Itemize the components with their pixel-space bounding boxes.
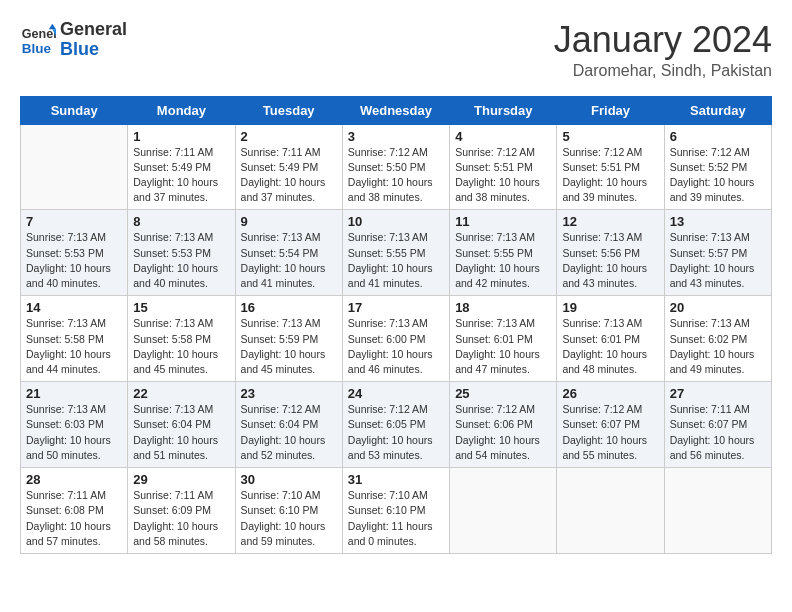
calendar-cell: 10Sunrise: 7:13 AM Sunset: 5:55 PM Dayli… (342, 210, 449, 296)
day-info: Sunrise: 7:13 AM Sunset: 5:59 PM Dayligh… (241, 316, 337, 377)
day-number: 25 (455, 386, 551, 401)
title-block: January 2024 Daromehar, Sindh, Pakistan (554, 20, 772, 80)
calendar-cell: 17Sunrise: 7:13 AM Sunset: 6:00 PM Dayli… (342, 296, 449, 382)
calendar-title: January 2024 (554, 20, 772, 60)
calendar-cell: 15Sunrise: 7:13 AM Sunset: 5:58 PM Dayli… (128, 296, 235, 382)
day-info: Sunrise: 7:12 AM Sunset: 6:07 PM Dayligh… (562, 402, 658, 463)
day-header-wednesday: Wednesday (342, 96, 449, 124)
calendar-cell: 12Sunrise: 7:13 AM Sunset: 5:56 PM Dayli… (557, 210, 664, 296)
calendar-cell: 16Sunrise: 7:13 AM Sunset: 5:59 PM Dayli… (235, 296, 342, 382)
calendar-cell: 11Sunrise: 7:13 AM Sunset: 5:55 PM Dayli… (450, 210, 557, 296)
day-info: Sunrise: 7:10 AM Sunset: 6:10 PM Dayligh… (348, 488, 444, 549)
calendar-cell: 5Sunrise: 7:12 AM Sunset: 5:51 PM Daylig… (557, 124, 664, 210)
day-number: 24 (348, 386, 444, 401)
calendar-cell: 25Sunrise: 7:12 AM Sunset: 6:06 PM Dayli… (450, 382, 557, 468)
calendar-week-row: 21Sunrise: 7:13 AM Sunset: 6:03 PM Dayli… (21, 382, 772, 468)
day-info: Sunrise: 7:13 AM Sunset: 6:02 PM Dayligh… (670, 316, 766, 377)
day-info: Sunrise: 7:13 AM Sunset: 5:57 PM Dayligh… (670, 230, 766, 291)
logo-text-blue: Blue (60, 40, 127, 60)
calendar-week-row: 28Sunrise: 7:11 AM Sunset: 6:08 PM Dayli… (21, 468, 772, 554)
day-number: 4 (455, 129, 551, 144)
day-header-tuesday: Tuesday (235, 96, 342, 124)
day-header-sunday: Sunday (21, 96, 128, 124)
day-number: 1 (133, 129, 229, 144)
calendar-cell (450, 468, 557, 554)
day-info: Sunrise: 7:13 AM Sunset: 5:53 PM Dayligh… (133, 230, 229, 291)
day-number: 16 (241, 300, 337, 315)
logo-text-general: General (60, 20, 127, 40)
day-info: Sunrise: 7:12 AM Sunset: 6:06 PM Dayligh… (455, 402, 551, 463)
logo-icon: General Blue (20, 22, 56, 58)
calendar-cell: 18Sunrise: 7:13 AM Sunset: 6:01 PM Dayli… (450, 296, 557, 382)
day-info: Sunrise: 7:13 AM Sunset: 6:00 PM Dayligh… (348, 316, 444, 377)
calendar-cell: 19Sunrise: 7:13 AM Sunset: 6:01 PM Dayli… (557, 296, 664, 382)
calendar-cell: 21Sunrise: 7:13 AM Sunset: 6:03 PM Dayli… (21, 382, 128, 468)
day-info: Sunrise: 7:12 AM Sunset: 5:51 PM Dayligh… (562, 145, 658, 206)
day-number: 13 (670, 214, 766, 229)
day-number: 3 (348, 129, 444, 144)
day-header-thursday: Thursday (450, 96, 557, 124)
day-number: 11 (455, 214, 551, 229)
calendar-cell: 9Sunrise: 7:13 AM Sunset: 5:54 PM Daylig… (235, 210, 342, 296)
page-header: General Blue General Blue January 2024 D… (20, 20, 772, 80)
day-number: 6 (670, 129, 766, 144)
day-number: 18 (455, 300, 551, 315)
calendar-subtitle: Daromehar, Sindh, Pakistan (554, 62, 772, 80)
day-info: Sunrise: 7:12 AM Sunset: 6:05 PM Dayligh… (348, 402, 444, 463)
calendar-cell: 29Sunrise: 7:11 AM Sunset: 6:09 PM Dayli… (128, 468, 235, 554)
day-number: 21 (26, 386, 122, 401)
day-number: 8 (133, 214, 229, 229)
calendar-cell: 22Sunrise: 7:13 AM Sunset: 6:04 PM Dayli… (128, 382, 235, 468)
day-info: Sunrise: 7:12 AM Sunset: 5:51 PM Dayligh… (455, 145, 551, 206)
day-number: 23 (241, 386, 337, 401)
day-info: Sunrise: 7:12 AM Sunset: 5:52 PM Dayligh… (670, 145, 766, 206)
calendar-cell: 13Sunrise: 7:13 AM Sunset: 5:57 PM Dayli… (664, 210, 771, 296)
day-number: 17 (348, 300, 444, 315)
day-number: 20 (670, 300, 766, 315)
logo: General Blue General Blue (20, 20, 127, 60)
calendar-cell: 23Sunrise: 7:12 AM Sunset: 6:04 PM Dayli… (235, 382, 342, 468)
calendar-cell: 31Sunrise: 7:10 AM Sunset: 6:10 PM Dayli… (342, 468, 449, 554)
day-info: Sunrise: 7:13 AM Sunset: 5:55 PM Dayligh… (455, 230, 551, 291)
calendar-cell: 27Sunrise: 7:11 AM Sunset: 6:07 PM Dayli… (664, 382, 771, 468)
day-info: Sunrise: 7:13 AM Sunset: 5:58 PM Dayligh… (133, 316, 229, 377)
day-number: 22 (133, 386, 229, 401)
calendar-cell: 20Sunrise: 7:13 AM Sunset: 6:02 PM Dayli… (664, 296, 771, 382)
day-info: Sunrise: 7:13 AM Sunset: 5:53 PM Dayligh… (26, 230, 122, 291)
day-number: 12 (562, 214, 658, 229)
calendar-cell: 4Sunrise: 7:12 AM Sunset: 5:51 PM Daylig… (450, 124, 557, 210)
day-number: 14 (26, 300, 122, 315)
day-info: Sunrise: 7:13 AM Sunset: 6:04 PM Dayligh… (133, 402, 229, 463)
calendar-week-row: 14Sunrise: 7:13 AM Sunset: 5:58 PM Dayli… (21, 296, 772, 382)
day-info: Sunrise: 7:13 AM Sunset: 5:54 PM Dayligh… (241, 230, 337, 291)
calendar-cell: 2Sunrise: 7:11 AM Sunset: 5:49 PM Daylig… (235, 124, 342, 210)
calendar-cell (21, 124, 128, 210)
day-number: 19 (562, 300, 658, 315)
calendar-cell: 26Sunrise: 7:12 AM Sunset: 6:07 PM Dayli… (557, 382, 664, 468)
day-number: 2 (241, 129, 337, 144)
calendar-table: SundayMondayTuesdayWednesdayThursdayFrid… (20, 96, 772, 554)
day-number: 7 (26, 214, 122, 229)
svg-text:General: General (22, 27, 56, 41)
calendar-cell (557, 468, 664, 554)
calendar-cell: 8Sunrise: 7:13 AM Sunset: 5:53 PM Daylig… (128, 210, 235, 296)
svg-text:Blue: Blue (22, 40, 52, 55)
calendar-cell (664, 468, 771, 554)
day-info: Sunrise: 7:13 AM Sunset: 6:01 PM Dayligh… (455, 316, 551, 377)
day-number: 30 (241, 472, 337, 487)
calendar-cell: 3Sunrise: 7:12 AM Sunset: 5:50 PM Daylig… (342, 124, 449, 210)
day-info: Sunrise: 7:10 AM Sunset: 6:10 PM Dayligh… (241, 488, 337, 549)
day-number: 26 (562, 386, 658, 401)
calendar-cell: 30Sunrise: 7:10 AM Sunset: 6:10 PM Dayli… (235, 468, 342, 554)
day-info: Sunrise: 7:13 AM Sunset: 5:58 PM Dayligh… (26, 316, 122, 377)
day-number: 31 (348, 472, 444, 487)
calendar-week-row: 1Sunrise: 7:11 AM Sunset: 5:49 PM Daylig… (21, 124, 772, 210)
day-info: Sunrise: 7:11 AM Sunset: 6:08 PM Dayligh… (26, 488, 122, 549)
calendar-cell: 6Sunrise: 7:12 AM Sunset: 5:52 PM Daylig… (664, 124, 771, 210)
day-number: 27 (670, 386, 766, 401)
day-info: Sunrise: 7:13 AM Sunset: 5:56 PM Dayligh… (562, 230, 658, 291)
day-info: Sunrise: 7:13 AM Sunset: 5:55 PM Dayligh… (348, 230, 444, 291)
day-info: Sunrise: 7:13 AM Sunset: 6:01 PM Dayligh… (562, 316, 658, 377)
calendar-cell: 14Sunrise: 7:13 AM Sunset: 5:58 PM Dayli… (21, 296, 128, 382)
day-header-monday: Monday (128, 96, 235, 124)
